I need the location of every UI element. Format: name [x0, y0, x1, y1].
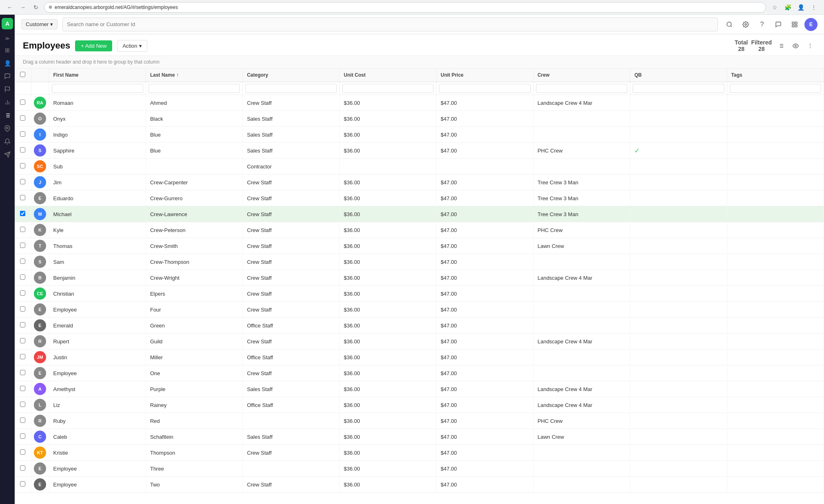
settings-button[interactable] [739, 18, 752, 31]
row-checkbox-cell[interactable] [15, 286, 31, 302]
sidebar-item-flag[interactable] [2, 84, 13, 95]
row-checkbox[interactable] [20, 115, 25, 121]
row-checkbox-cell[interactable] [15, 334, 31, 349]
filter-qb-input[interactable] [633, 84, 724, 93]
row-checkbox-cell[interactable] [15, 365, 31, 381]
row-checkbox[interactable] [20, 259, 25, 264]
action-dropdown[interactable]: Action ▾ [117, 40, 147, 52]
add-new-button[interactable]: + Add New [75, 40, 112, 51]
forward-button[interactable]: → [18, 2, 28, 12]
user-avatar[interactable]: E [804, 18, 817, 31]
sidebar-item-send[interactable] [2, 149, 13, 160]
filter-category-input[interactable] [245, 84, 337, 93]
sidebar-item-person[interactable]: 👤 [2, 57, 13, 69]
help-button[interactable]: ? [755, 18, 769, 31]
table-row[interactable]: S Sapphire Blue Sales Staff $36.00 $47.0… [15, 143, 824, 159]
row-checkbox-cell[interactable] [15, 302, 31, 318]
table-row[interactable]: L Liz Rainey Office Staff $36.00 $47.00 … [15, 397, 824, 413]
filter-qb[interactable] [630, 82, 727, 95]
table-row[interactable]: KT Kristie Thompson Crew Staff $36.00 $4… [15, 445, 824, 461]
tags-header[interactable]: Tags [727, 69, 824, 82]
sidebar-item-list[interactable] [2, 110, 13, 121]
crew-header[interactable]: Crew [533, 69, 630, 82]
filter-unit-cost-input[interactable] [342, 84, 434, 93]
sidebar-item-chat[interactable] [2, 71, 13, 82]
row-checkbox-cell[interactable] [15, 190, 31, 206]
column-config-button[interactable] [775, 40, 786, 51]
profile-button[interactable]: 👤 [795, 2, 806, 13]
row-checkbox-cell[interactable] [15, 413, 31, 429]
unit-price-header[interactable]: Unit Price [436, 69, 533, 82]
refresh-button[interactable]: ↻ [31, 2, 41, 12]
row-checkbox-cell[interactable] [15, 127, 31, 143]
filter-first-name[interactable] [49, 82, 146, 95]
view-toggle-button[interactable] [790, 40, 801, 51]
table-container[interactable]: First Name Last Name ↑ Category Unit Cos… [15, 69, 824, 504]
table-row[interactable]: C Caleb Schaftlein Sales Staff $36.00 $4… [15, 429, 824, 445]
sidebar-item-chart[interactable] [2, 97, 13, 108]
row-checkbox[interactable] [20, 322, 25, 327]
row-checkbox-cell[interactable] [15, 143, 31, 159]
table-row[interactable]: CE Christian Elpers Crew Staff $36.00 $4… [15, 286, 824, 302]
row-checkbox-cell[interactable] [15, 159, 31, 175]
table-row[interactable]: K Kyle Crew-Peterson Crew Staff $36.00 $… [15, 222, 824, 238]
row-checkbox[interactable] [20, 465, 25, 471]
table-row[interactable]: E Emerald Green Office Staff $36.00 $47.… [15, 318, 824, 334]
filter-unit-price-input[interactable] [439, 84, 530, 93]
row-checkbox-cell[interactable] [15, 111, 31, 127]
row-checkbox[interactable] [20, 481, 25, 486]
row-checkbox-cell[interactable] [15, 206, 31, 222]
row-checkbox[interactable] [20, 338, 25, 343]
table-row[interactable]: J Jim Crew-Carpenter Crew Staff $36.00 $… [15, 175, 824, 190]
filter-crew[interactable] [533, 82, 630, 95]
filter-tags[interactable] [727, 82, 824, 95]
more-options-button[interactable]: ⋮ [804, 40, 816, 51]
filter-unit-price[interactable] [436, 82, 533, 95]
filter-last-name[interactable] [146, 82, 242, 95]
unit-cost-header[interactable]: Unit Cost [339, 69, 436, 82]
row-checkbox[interactable] [20, 243, 25, 248]
menu-button[interactable]: ⋮ [808, 2, 819, 13]
row-checkbox[interactable] [20, 290, 25, 296]
row-checkbox-cell[interactable] [15, 175, 31, 190]
search-button[interactable] [723, 18, 736, 31]
row-checkbox[interactable] [20, 370, 25, 375]
filter-tags-input[interactable] [730, 84, 821, 93]
sidebar-item-location[interactable] [2, 123, 13, 134]
row-checkbox-cell[interactable] [15, 318, 31, 334]
customer-selector[interactable]: Customer ▾ [21, 19, 58, 29]
row-checkbox-cell[interactable] [15, 349, 31, 365]
row-checkbox-cell[interactable] [15, 397, 31, 413]
table-row[interactable]: E Employee Three $36.00 $47.00 [15, 461, 824, 477]
row-checkbox-cell[interactable] [15, 222, 31, 238]
table-row[interactable]: E Employee Two Crew Staff $36.00 $47.00 [15, 477, 824, 493]
row-checkbox-cell[interactable] [15, 238, 31, 254]
row-checkbox[interactable] [20, 179, 25, 184]
row-checkbox[interactable] [20, 306, 25, 312]
table-row[interactable]: A Amethyst Purple Sales Staff $36.00 $47… [15, 381, 824, 397]
table-row[interactable]: B Benjamin Crew-Wright Crew Staff $36.00… [15, 270, 824, 286]
app-logo[interactable]: A [2, 18, 13, 29]
row-checkbox[interactable] [20, 386, 25, 391]
check-all-header[interactable] [15, 69, 31, 82]
back-button[interactable]: ← [5, 2, 15, 12]
table-row[interactable]: E Eduardo Crew-Gurrero Crew Staff $36.00… [15, 190, 824, 206]
row-checkbox[interactable] [20, 227, 25, 232]
row-checkbox-cell[interactable] [15, 254, 31, 270]
row-checkbox[interactable] [20, 274, 25, 280]
row-checkbox-cell[interactable] [15, 95, 31, 111]
row-checkbox[interactable] [20, 354, 25, 359]
row-checkbox-cell[interactable] [15, 429, 31, 445]
table-row[interactable]: R Rupert Guild Crew Staff $36.00 $47.00 … [15, 334, 824, 349]
filter-unit-cost[interactable] [339, 82, 436, 95]
row-checkbox[interactable] [20, 195, 25, 200]
row-checkbox-cell[interactable] [15, 477, 31, 493]
filter-crew-input[interactable] [536, 84, 627, 93]
row-checkbox[interactable] [20, 163, 25, 168]
table-row[interactable]: I Indigo Blue Sales Staff $36.00 $47.00 [15, 127, 824, 143]
row-checkbox-cell[interactable] [15, 461, 31, 477]
bookmark-button[interactable]: ☆ [769, 2, 780, 13]
row-checkbox-cell[interactable] [15, 445, 31, 461]
qb-header[interactable]: QB [630, 69, 727, 82]
table-row[interactable]: M Michael Crew-Lawrence Crew Staff $36.0… [15, 206, 824, 222]
